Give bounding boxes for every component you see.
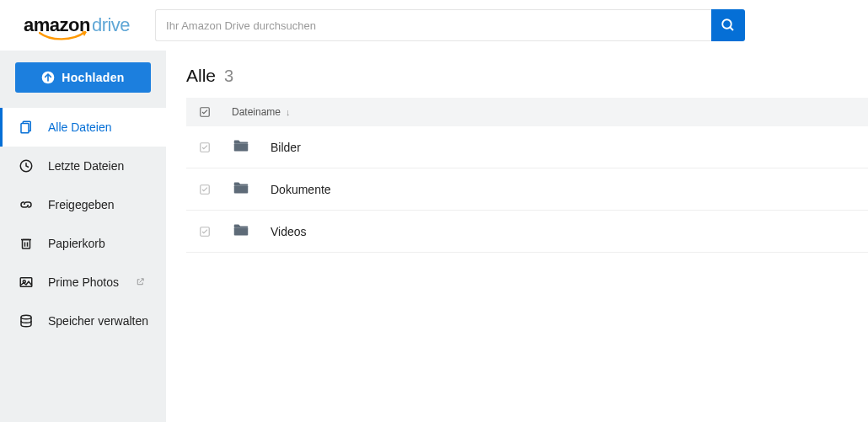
checkbox-icon xyxy=(199,184,211,195)
sidebar-item-label: Letzte Dateien xyxy=(48,159,124,173)
sidebar-item-shared[interactable]: Freigegeben xyxy=(0,185,166,224)
sort-arrow-down-icon: ↓ xyxy=(286,107,291,117)
sidebar-item-label: Papierkorb xyxy=(48,237,105,250)
sidebar-item-label: Alle Dateien xyxy=(48,120,112,134)
row-checkbox[interactable] xyxy=(198,183,212,196)
upload-icon xyxy=(41,71,55,84)
search-icon xyxy=(721,18,736,33)
checkbox-icon xyxy=(199,142,211,153)
sidebar-item-label: Speicher verwalten xyxy=(48,314,148,328)
clock-icon xyxy=(18,158,35,174)
search-button[interactable] xyxy=(711,9,745,41)
file-row[interactable]: Dokumente xyxy=(186,168,868,211)
checkbox-icon xyxy=(199,106,211,118)
row-checkbox[interactable] xyxy=(198,225,212,238)
sidebar: Hochladen Alle Dateien Letzte Dateien Fr… xyxy=(0,51,166,422)
folder-icon xyxy=(232,136,250,158)
list-header: Dateiname ↓ xyxy=(186,98,868,126)
sidebar-item-prime-photos[interactable]: Prime Photos xyxy=(0,263,166,302)
logo-drive-text: drive xyxy=(92,14,130,36)
files-icon xyxy=(18,120,35,135)
upload-label: Hochladen xyxy=(62,71,124,84)
row-checkbox[interactable] xyxy=(198,141,212,154)
sidebar-item-trash[interactable]: Papierkorb xyxy=(0,224,166,263)
svg-rect-4 xyxy=(21,124,29,133)
page-item-count: 3 xyxy=(224,67,233,86)
header: amazon drive xyxy=(0,0,868,51)
link-icon xyxy=(18,197,35,212)
sidebar-item-label: Freigegeben xyxy=(48,198,115,211)
svg-rect-6 xyxy=(23,240,30,249)
column-header-name[interactable]: Dateiname ↓ xyxy=(232,106,291,118)
file-row[interactable]: Videos xyxy=(186,211,868,253)
photo-icon xyxy=(18,275,35,290)
external-link-icon xyxy=(136,275,145,289)
page-title-text: Alle xyxy=(186,66,216,86)
file-row[interactable]: Bilder xyxy=(186,126,868,168)
row-name: Dokumente xyxy=(271,183,331,196)
row-name: Videos xyxy=(271,225,307,238)
checkbox-icon xyxy=(199,226,211,238)
folder-icon xyxy=(232,221,250,242)
logo[interactable]: amazon drive xyxy=(24,14,130,36)
svg-rect-16 xyxy=(234,227,249,235)
upload-button[interactable]: Hochladen xyxy=(15,62,151,93)
amazon-smile-icon xyxy=(39,31,88,41)
folder-icon xyxy=(232,179,250,200)
svg-point-9 xyxy=(21,315,31,319)
sidebar-item-all-files[interactable]: Alle Dateien xyxy=(0,108,166,147)
column-name-label: Dateiname xyxy=(232,106,281,118)
svg-rect-14 xyxy=(234,185,249,193)
sidebar-item-storage[interactable]: Speicher verwalten xyxy=(0,302,166,340)
sidebar-item-recent[interactable]: Letzte Dateien xyxy=(0,147,166,185)
row-name: Bilder xyxy=(271,141,301,154)
select-all-checkbox[interactable] xyxy=(198,105,212,119)
svg-line-1 xyxy=(730,27,733,30)
svg-point-0 xyxy=(722,19,731,29)
page-title: Alle 3 xyxy=(186,66,868,86)
svg-rect-12 xyxy=(234,143,249,151)
storage-icon xyxy=(18,313,35,329)
trash-icon xyxy=(18,236,35,251)
main-content: Alle 3 Dateiname ↓ Bilder xyxy=(166,51,868,422)
sidebar-nav: Alle Dateien Letzte Dateien Freigegeben … xyxy=(0,108,166,340)
search-bar xyxy=(155,9,745,41)
search-input[interactable] xyxy=(155,9,711,41)
sidebar-item-label: Prime Photos xyxy=(48,275,119,289)
